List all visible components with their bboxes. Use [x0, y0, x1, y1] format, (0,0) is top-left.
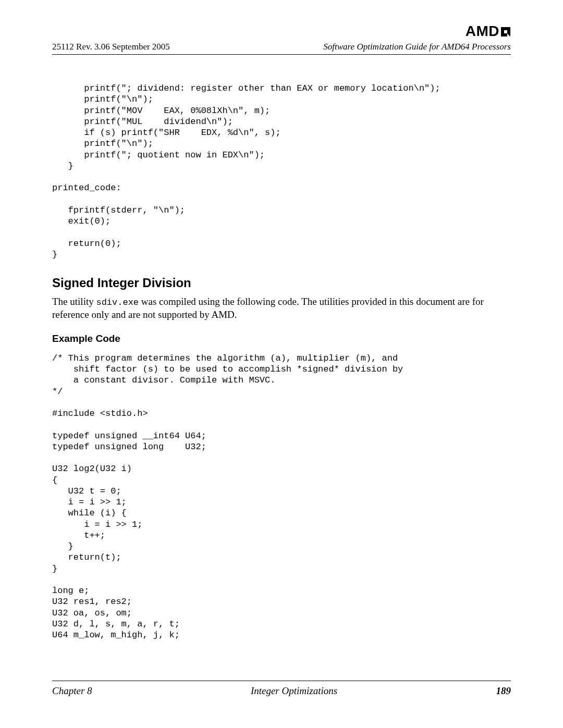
- document-page: AMD 25112 Rev. 3.06 September 2005 Softw…: [0, 0, 563, 728]
- brand-arrow-icon: [500, 24, 511, 41]
- running-header: 25112 Rev. 3.06 September 2005 Software …: [52, 42, 511, 52]
- svg-rect-2: [504, 30, 507, 33]
- header-right: Software Optimization Guide for AMD64 Pr…: [323, 42, 511, 52]
- header-rule: [52, 54, 511, 55]
- brand-text: AMD: [466, 23, 499, 39]
- example-heading: Example Code: [52, 333, 511, 344]
- running-footer: Chapter 8 Integer Optimizations 189: [52, 681, 511, 697]
- footer-left: Chapter 8: [52, 685, 92, 697]
- section-paragraph: The utility sdiv.exe was compiled using …: [52, 295, 511, 322]
- brand-logo: AMD: [466, 23, 511, 41]
- para-prefix: The utility: [52, 296, 96, 307]
- footer-center: Integer Optimizations: [251, 685, 337, 697]
- header-left: 25112 Rev. 3.06 September 2005: [52, 42, 170, 52]
- section-heading: Signed Integer Division: [52, 276, 511, 290]
- page-number: 189: [496, 685, 511, 697]
- footer-row: Chapter 8 Integer Optimizations 189: [52, 685, 511, 697]
- para-mono: sdiv.exe: [96, 298, 139, 307]
- footer-rule: [52, 681, 511, 681]
- code-block-bottom: /* This program determines the algorithm…: [52, 353, 511, 641]
- code-block-top: printf("; dividend: register other than …: [52, 83, 511, 260]
